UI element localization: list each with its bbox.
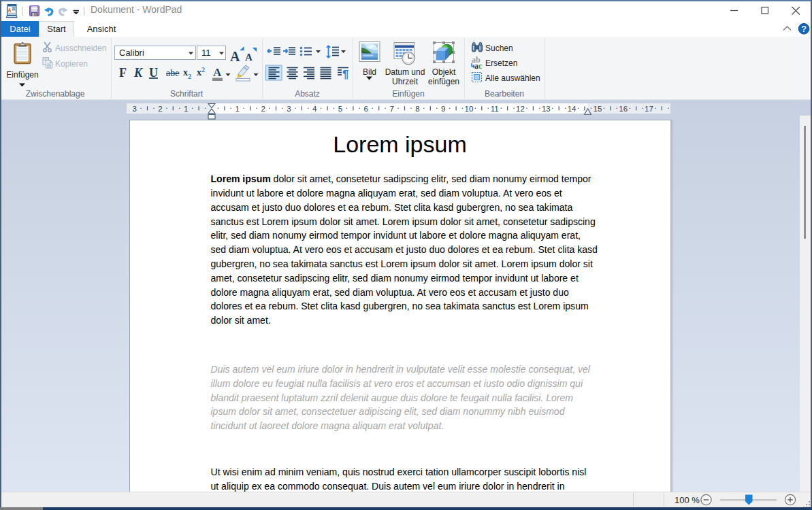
svg-text:10: 10 xyxy=(465,105,474,113)
svg-text:8: 8 xyxy=(415,105,419,113)
svg-text:c: c xyxy=(478,61,483,71)
svg-text:13: 13 xyxy=(542,105,551,113)
svg-text:16: 16 xyxy=(619,105,628,113)
svg-text:3: 3 xyxy=(132,105,136,113)
svg-text:x: x xyxy=(183,67,188,78)
svg-text:12: 12 xyxy=(516,105,525,113)
svg-text:K: K xyxy=(133,66,144,80)
svg-text:9: 9 xyxy=(441,105,445,113)
svg-text:abe: abe xyxy=(166,68,179,78)
svg-text:15: 15 xyxy=(594,105,602,113)
svg-text:A: A xyxy=(213,66,222,79)
svg-text:A: A xyxy=(230,49,240,64)
svg-text:2: 2 xyxy=(158,105,162,113)
svg-text:1: 1 xyxy=(184,105,188,113)
svg-text:14: 14 xyxy=(568,105,576,113)
svg-text:17: 17 xyxy=(645,105,653,113)
svg-text:7: 7 xyxy=(389,105,393,113)
svg-text:11: 11 xyxy=(491,105,499,113)
svg-text:?: ? xyxy=(801,24,807,34)
svg-text:3: 3 xyxy=(287,105,291,113)
svg-text:2: 2 xyxy=(188,73,191,80)
svg-text:1: 1 xyxy=(236,105,240,113)
svg-text:4: 4 xyxy=(312,105,317,113)
svg-text:F: F xyxy=(119,66,127,80)
svg-text:2: 2 xyxy=(261,105,265,113)
svg-text:¶: ¶ xyxy=(342,68,348,81)
svg-text:6: 6 xyxy=(364,105,368,113)
svg-text:x: x xyxy=(197,67,201,78)
svg-text:U: U xyxy=(149,66,158,80)
svg-text:2: 2 xyxy=(201,66,205,73)
svg-text:5: 5 xyxy=(338,105,342,113)
svg-text:A: A xyxy=(245,52,253,63)
